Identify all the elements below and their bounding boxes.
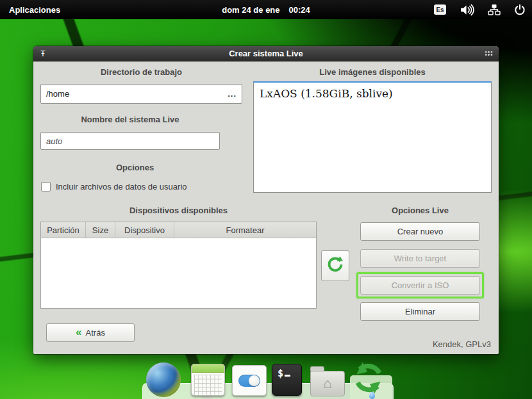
folder-home-glyph: ⌂ — [310, 371, 345, 396]
live-name-input[interactable]: auto — [40, 132, 220, 150]
droplet-decoration — [369, 392, 375, 399]
devices-label: Dispositivos disponibles — [40, 206, 317, 215]
power-icon[interactable] — [514, 4, 526, 15]
terminal-icon[interactable]: $ — [272, 364, 302, 396]
file-manager-icon[interactable]: ⌂ — [310, 366, 345, 396]
live-name-label: Nombre del sistema Live — [40, 115, 220, 124]
volume-icon[interactable] — [460, 4, 474, 16]
live-images-label: Live imágenes disponibles — [253, 67, 492, 77]
window-shade-icon[interactable]: Ŧ — [33, 50, 53, 58]
clock[interactable]: dom 24 de ene 00:24 — [222, 5, 310, 15]
col-device[interactable]: Dispositivo — [115, 222, 174, 238]
create-live-system-window: Ŧ Crear sistema Live Directorio de traba… — [33, 46, 499, 354]
browse-button[interactable]: ... — [228, 89, 237, 99]
work-dir-value: /home — [46, 89, 69, 99]
write-to-target-button[interactable]: Write to target — [360, 249, 480, 268]
desktop: Aplicaciones dom 24 de ene 00:24 Es — [0, 0, 532, 399]
include-user-data-checkbox[interactable] — [41, 182, 51, 191]
titlebar[interactable]: Ŧ Crear sistema Live — [33, 46, 499, 61]
devices-table-body[interactable] — [41, 238, 316, 308]
live-options-label: Opciones Live — [360, 206, 480, 215]
window-menu-grid-icon[interactable] — [485, 51, 493, 56]
toggle-pill — [238, 375, 260, 387]
live-usb-creator-icon[interactable] — [347, 359, 390, 399]
license-credit: Kendek, GPLv3 — [433, 339, 491, 349]
clock-time: 00:24 — [289, 5, 310, 15]
calendar-icon-grid — [194, 375, 222, 396]
convert-to-iso-button[interactable]: Convertir a ISO — [360, 276, 480, 295]
include-user-data-label: Incluir archivos de datos de usuario — [56, 182, 187, 191]
col-format[interactable]: Formatear — [174, 222, 316, 238]
highlight-box: Convertir a ISO — [356, 272, 484, 298]
work-dir-input[interactable]: /home ... — [40, 84, 242, 104]
web-browser-icon[interactable] — [146, 362, 181, 397]
settings-toggle-icon[interactable] — [232, 365, 267, 396]
clock-date: dom 24 de ene — [222, 5, 279, 15]
back-button-label: Atrás — [86, 328, 105, 338]
refresh-devices-button[interactable] — [321, 250, 349, 281]
work-dir-label: Directorio de trabajo — [40, 67, 242, 77]
list-item[interactable]: LxAOS (1.58GiB, sblive) — [254, 83, 491, 100]
folder-tab — [310, 366, 324, 371]
terminal-cursor — [285, 375, 290, 377]
network-icon[interactable] — [488, 4, 501, 15]
top-panel: Aplicaciones dom 24 de ene 00:24 Es — [0, 0, 532, 19]
devices-table-header: Partición Size Dispositivo Formatear — [41, 222, 316, 238]
refresh-icon — [326, 254, 345, 277]
delete-button[interactable]: Eliminar — [360, 302, 480, 321]
applications-menu[interactable]: Aplicaciones — [0, 0, 69, 19]
calendar-icon-header — [192, 364, 224, 373]
live-images-list[interactable]: LxAOS (1.58GiB, sblive) — [253, 81, 492, 193]
options-label: Opciones — [40, 163, 229, 172]
col-partition[interactable]: Partición — [41, 222, 86, 238]
calendar-icon[interactable] — [191, 364, 225, 396]
devices-table[interactable]: Partición Size Dispositivo Formatear — [40, 222, 317, 309]
create-new-button[interactable]: Crear nuevo — [360, 222, 480, 241]
col-size[interactable]: Size — [86, 222, 115, 238]
window-title: Crear sistema Live — [33, 49, 499, 58]
back-chevrons-icon: « — [76, 327, 81, 338]
back-button[interactable]: « Atrás — [46, 323, 135, 342]
keyboard-layout-indicator[interactable]: Es — [434, 4, 446, 15]
toggle-knob — [249, 375, 260, 386]
include-user-data-row: Incluir archivos de datos de usuario — [41, 182, 187, 191]
system-tray: Es — [434, 4, 526, 16]
live-name-value: auto — [46, 136, 62, 146]
